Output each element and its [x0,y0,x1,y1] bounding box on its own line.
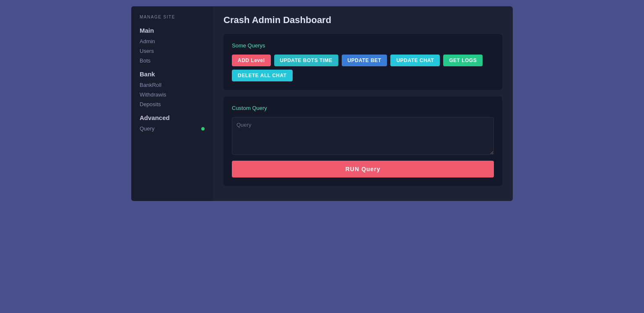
sidebar-item-users[interactable]: Users [140,48,205,54]
get-logs-button[interactable]: GET LOGS [443,55,483,66]
update-bet-button[interactable]: UPDATE BET [342,55,387,66]
update-bots-time-button[interactable]: UPDATE BOTS TIME [274,55,338,66]
update-chat-button[interactable]: UPDATE CHAT [390,55,440,66]
sidebar-item-bots[interactable]: Bots [140,57,205,64]
sidebar-item-bankroll[interactable]: BankRoll [140,82,205,88]
sidebar-item-query[interactable]: Query [140,125,205,132]
query-active-dot [201,127,205,130]
some-querys-title: Some Querys [232,42,494,49]
main-container: MANAGE SITE Main Admin Users Bots Bank B… [131,6,513,201]
some-querys-card: Some Querys ADD Level UPDATE BOTS TIME U… [223,34,502,90]
add-level-button[interactable]: ADD Level [232,55,271,66]
page-title: Crash Admin Dashboard [223,15,502,26]
sidebar-item-withdrawis[interactable]: Withdrawis [140,91,205,98]
sidebar-section-bank: Bank [140,70,205,78]
sidebar-item-admin[interactable]: Admin [140,38,205,44]
sidebar-section-advanced: Advanced [140,114,205,121]
content-area: Crash Admin Dashboard Some Querys ADD Le… [213,6,513,201]
query-textarea[interactable] [232,117,494,155]
sidebar: MANAGE SITE Main Admin Users Bots Bank B… [131,6,213,201]
custom-query-title: Custom Query [232,105,494,111]
manage-site-label: MANAGE SITE [140,15,205,19]
run-query-button[interactable]: RUN Query [232,161,494,177]
delete-all-chat-button[interactable]: DELETE ALL CHAT [232,70,293,81]
sidebar-section-main: Main [140,27,205,34]
sidebar-item-deposits[interactable]: Deposits [140,101,205,107]
query-buttons-row: ADD Level UPDATE BOTS TIME UPDATE BET UP… [232,55,494,81]
custom-query-card: Custom Query RUN Query [223,97,502,186]
